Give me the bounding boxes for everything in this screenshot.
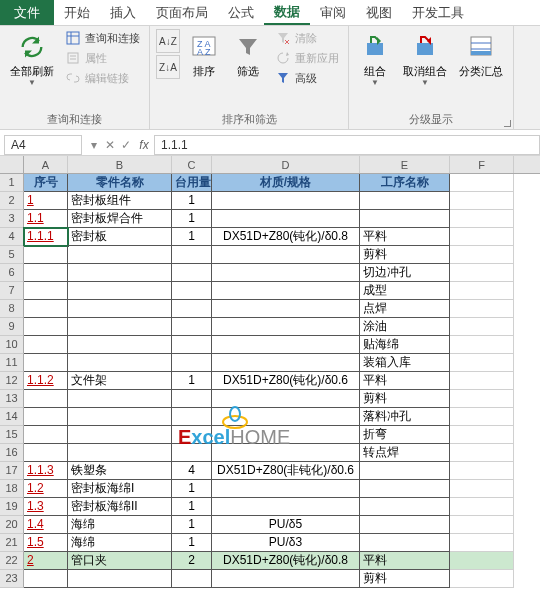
select-all-corner[interactable] [0, 156, 24, 173]
tab-home[interactable]: 开始 [54, 0, 100, 25]
cell[interactable] [172, 408, 212, 426]
cell[interactable]: 4 [172, 462, 212, 480]
cell[interactable] [212, 264, 360, 282]
sort-asc-button[interactable]: A↓Z [156, 29, 180, 53]
cell[interactable]: 平料 [360, 372, 450, 390]
cell[interactable] [212, 192, 360, 210]
cell[interactable]: 1 [172, 372, 212, 390]
cell[interactable] [68, 264, 172, 282]
cell[interactable]: 1.3 [24, 498, 68, 516]
cell[interactable] [450, 408, 514, 426]
cell[interactable]: 密封板海绵II [68, 498, 172, 516]
cell[interactable]: 2 [24, 552, 68, 570]
cell[interactable] [212, 318, 360, 336]
cell[interactable] [360, 462, 450, 480]
col-header-C[interactable]: C [172, 156, 212, 173]
cell[interactable] [68, 246, 172, 264]
cell[interactable] [24, 390, 68, 408]
cell[interactable]: 1 [172, 210, 212, 228]
cell[interactable] [212, 336, 360, 354]
cell[interactable] [212, 444, 360, 462]
cell[interactable] [450, 228, 514, 246]
cell[interactable] [450, 570, 514, 588]
cell[interactable] [24, 282, 68, 300]
cell[interactable] [360, 480, 450, 498]
ungroup-button[interactable]: 取消组合 ▼ [399, 29, 451, 90]
cell[interactable] [450, 480, 514, 498]
row-header[interactable]: 20 [0, 516, 24, 534]
cell[interactable]: 1.1.3 [24, 462, 68, 480]
header-name[interactable]: 零件名称 [68, 174, 172, 192]
cell[interactable]: 密封板海绵I [68, 480, 172, 498]
cell[interactable]: 剪料 [360, 390, 450, 408]
cell[interactable] [68, 282, 172, 300]
col-header-A[interactable]: A [24, 156, 68, 173]
cell[interactable] [68, 408, 172, 426]
cell[interactable] [450, 192, 514, 210]
cell[interactable]: 剪料 [360, 246, 450, 264]
cell[interactable]: 2 [172, 552, 212, 570]
cell[interactable] [172, 570, 212, 588]
row-header[interactable]: 14 [0, 408, 24, 426]
cell[interactable]: 1.5 [24, 534, 68, 552]
cell[interactable] [450, 426, 514, 444]
cell[interactable]: 成型 [360, 282, 450, 300]
cell[interactable]: 1 [24, 192, 68, 210]
cell[interactable] [68, 318, 172, 336]
col-header-E[interactable]: E [360, 156, 450, 173]
cell[interactable] [450, 462, 514, 480]
header-spec[interactable]: 材质/规格 [212, 174, 360, 192]
row-header[interactable]: 15 [0, 426, 24, 444]
group-button[interactable]: 组合 ▼ [355, 29, 395, 90]
row-header[interactable]: 18 [0, 480, 24, 498]
cell[interactable]: 密封板焊合件 [68, 210, 172, 228]
cell[interactable] [24, 300, 68, 318]
cell[interactable]: 落料冲孔 [360, 408, 450, 426]
tab-review[interactable]: 审阅 [310, 0, 356, 25]
cell[interactable] [450, 318, 514, 336]
cell[interactable] [172, 336, 212, 354]
tab-view[interactable]: 视图 [356, 0, 402, 25]
cell[interactable]: 文件架 [68, 372, 172, 390]
cell[interactable] [24, 354, 68, 372]
cell[interactable]: DX51D+Z80(钝化)/δ0.8 [212, 552, 360, 570]
cell[interactable] [450, 210, 514, 228]
cell[interactable] [212, 210, 360, 228]
col-header-F[interactable]: F [450, 156, 514, 173]
cell[interactable] [172, 264, 212, 282]
cell[interactable] [450, 372, 514, 390]
cell[interactable]: 1 [172, 192, 212, 210]
row-header[interactable]: 19 [0, 498, 24, 516]
filter-button[interactable]: 筛选 [228, 29, 268, 79]
cell[interactable] [24, 336, 68, 354]
cell[interactable]: 海绵 [68, 516, 172, 534]
cell[interactable] [68, 444, 172, 462]
row-header[interactable]: 6 [0, 264, 24, 282]
cell[interactable]: 1.2 [24, 480, 68, 498]
cell[interactable] [24, 246, 68, 264]
cell[interactable]: PU/δ3 [212, 534, 360, 552]
cell[interactable] [24, 408, 68, 426]
row-header[interactable]: 4 [0, 228, 24, 246]
cell[interactable]: 管口夹 [68, 552, 172, 570]
queries-connections-button[interactable]: 查询和连接 [62, 29, 143, 47]
row-header[interactable]: 5 [0, 246, 24, 264]
fx-icon[interactable]: fx [134, 138, 154, 152]
cell[interactable] [450, 498, 514, 516]
tab-file[interactable]: 文件 [0, 0, 54, 25]
cell[interactable] [450, 534, 514, 552]
cell[interactable]: 1 [172, 534, 212, 552]
cell[interactable] [450, 390, 514, 408]
cell[interactable]: 1.4 [24, 516, 68, 534]
cell[interactable] [24, 318, 68, 336]
cell[interactable] [360, 534, 450, 552]
cell[interactable] [360, 210, 450, 228]
cell[interactable]: 密封板 [68, 228, 172, 246]
cell[interactable]: 1 [172, 498, 212, 516]
cell[interactable]: 1.1 [24, 210, 68, 228]
cell[interactable]: 1 [172, 480, 212, 498]
sort-button[interactable]: Z AA Z 排序 [184, 29, 224, 79]
tab-layout[interactable]: 页面布局 [146, 0, 218, 25]
row-header[interactable]: 9 [0, 318, 24, 336]
cell[interactable] [172, 300, 212, 318]
